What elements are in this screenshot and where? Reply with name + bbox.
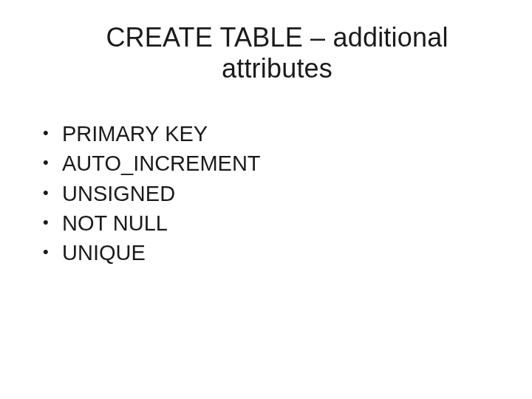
slide-title: CREATE TABLE – additional attributes xyxy=(30,22,502,84)
bullet-icon: • xyxy=(43,120,62,146)
list-item: • UNSIGNED xyxy=(43,180,502,208)
list-item-text: UNIQUE xyxy=(62,239,502,267)
bullet-icon: • xyxy=(43,180,62,205)
list-item-text: UNSIGNED xyxy=(62,180,502,208)
list-item-text: NOT NULL xyxy=(62,209,502,237)
bullet-icon: • xyxy=(43,149,62,175)
bullet-list: • PRIMARY KEY • AUTO_INCREMENT • UNSIGNE… xyxy=(30,120,502,267)
list-item-text: PRIMARY KEY xyxy=(62,120,502,148)
list-item: • UNIQUE xyxy=(43,239,502,267)
list-item: • PRIMARY KEY xyxy=(43,120,502,148)
bullet-icon: • xyxy=(43,209,62,235)
list-item: • NOT NULL xyxy=(43,209,502,237)
list-item-text: AUTO_INCREMENT xyxy=(62,149,502,177)
bullet-icon: • xyxy=(43,239,62,265)
list-item: • AUTO_INCREMENT xyxy=(43,149,502,177)
